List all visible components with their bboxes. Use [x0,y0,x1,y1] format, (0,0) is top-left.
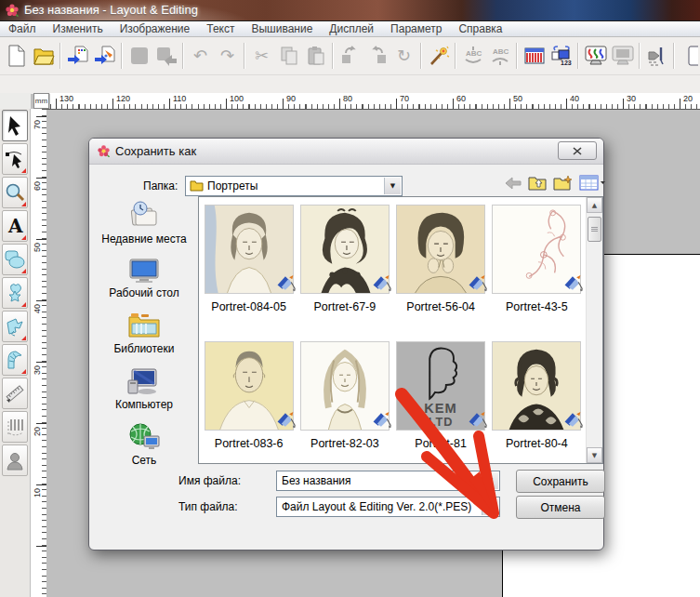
basic-shapes-tool[interactable] [2,244,28,275]
menu-text[interactable]: Текст [198,21,243,36]
scroll-down-icon[interactable]: ▼ [587,447,602,463]
place-recent[interactable]: Недавние места [95,200,193,245]
select-tool[interactable] [2,110,28,141]
file-item[interactable]: Portret-083-6 [202,341,297,461]
file-name-label: Имя файла: [178,474,241,487]
toolbar-gap [0,74,700,94]
desktop-icon [127,258,161,284]
cancel-button[interactable]: Отмена [516,496,605,519]
file-type-value[interactable]: Файл Layout & Editing Ver. 2.0(*.PES) [282,500,481,513]
new-folder-icon[interactable] [553,175,573,191]
toolbar-separator [244,43,245,69]
window-titlebar: Без названия - Layout & Editing [0,0,700,20]
portrait-tool[interactable] [2,444,28,476]
place-network[interactable]: Сеть [95,423,193,467]
file-item[interactable]: Portret-80-4 [489,341,584,461]
dialog-titlebar[interactable]: Сохранить как [89,139,603,165]
save-button[interactable]: Сохранить [516,470,605,493]
embroidery-machine-icon [275,410,297,433]
rotate-right-icon [363,42,390,70]
folder-label: Папка: [143,179,178,192]
file-label: Portret-084-05 [211,300,286,313]
file-item[interactable]: Portret-56-04 [393,205,488,341]
fancy-shapes-tool[interactable] [2,277,28,309]
text-tool[interactable]: A [2,210,28,242]
ruler-unit-box: mm [33,93,49,109]
embroidery-machine-icon [275,273,297,297]
freeform-shape-tool[interactable] [2,311,28,342]
file-item[interactable]: Portret-82-03 [297,341,392,461]
svg-text:ABC: ABC [493,47,509,56]
menu-option[interactable]: Параметр [382,21,450,36]
stitch-attributes-tool[interactable] [2,411,28,443]
toolbar-separator [420,43,422,69]
embroidery-machine-icon [371,273,393,297]
file-item[interactable]: Portret-67-9 [297,205,392,341]
file-item[interactable]: Portret-43-5 [489,205,584,341]
place-desktop[interactable]: Рабочий стол [95,258,193,299]
save-as-dialog: Сохранить как Папка: Портреты ▼ [88,138,604,551]
folder-combobox[interactable]: Портреты ▼ [185,176,403,196]
file-label: Portret-56-04 [406,300,475,313]
measure-tool[interactable] [2,378,28,409]
menu-file[interactable]: Файл [0,21,45,36]
vertical-ruler: 70 60 50 40 30 20 10 [31,109,47,597]
realistic-view-icon[interactable] [582,42,609,70]
file-type-combobox[interactable]: Файл Layout & Editing Ver. 2.0(*.PES) ▼ [276,497,500,517]
scrollbar-thumb[interactable] [588,217,601,242]
file-label: Portret-81 [415,437,467,450]
dialog-title: Сохранить как [115,144,196,158]
redo-icon: ↷ [214,42,241,70]
place-computer[interactable]: Компьютер [95,367,193,411]
dialog-nav-icons [505,175,605,191]
file-name-value[interactable]: Без названия [282,474,481,487]
place-libraries[interactable]: Библиотеки [95,312,193,355]
up-one-level-icon[interactable] [528,175,547,191]
rotate-icon: ↻ [390,42,417,70]
zoom-tool[interactable] [2,177,28,208]
computer-icon [126,367,162,395]
embroidery-machine-icon [467,410,489,433]
horizontal-ruler: 130 120 110 100 90 80 70 60 50 40 30 20 [50,93,700,110]
new-document-icon[interactable] [3,42,30,70]
file-type-combobox-arrow[interactable]: ▼ [482,498,498,515]
sew-simulator-icon[interactable] [643,42,670,70]
menu-image[interactable]: Изображение [112,21,199,36]
file-list-scrollbar[interactable]: ▲ ▼ [586,197,602,463]
copy-icon [275,42,302,70]
file-label: Portret-083-6 [215,437,284,450]
magic-wand-icon[interactable] [425,42,452,70]
scroll-up-icon[interactable]: ▲ [587,197,602,213]
close-icon[interactable] [558,141,597,160]
file-name-combobox[interactable]: Без названия ▼ [276,471,500,491]
file-item[interactable]: KEM LTD Portret-81 [393,341,488,461]
tool-palette: A [0,109,30,597]
text-arc-up-icon: ABC [486,42,513,70]
file-name-combobox-arrow[interactable]: ▼ [482,472,498,489]
toolbar-separator [332,43,334,69]
svg-text:A: A [7,216,23,236]
folder-combobox-arrow[interactable]: ▼ [384,178,401,194]
menu-help[interactable]: Справка [450,21,510,36]
toolbar-separator [455,43,456,69]
thread-palette-icon[interactable] [521,42,548,70]
fan-stitch-tool[interactable] [2,344,28,376]
sewing-order-icon[interactable]: 123 [548,42,575,70]
import-design-icon[interactable] [64,42,91,70]
back-icon [505,177,522,190]
toolbar-separator [121,43,123,69]
screen-view-icon [609,42,636,70]
file-list: Portret-084-05 [198,196,603,464]
menu-display[interactable]: Дисплей [321,21,382,36]
point-edit-tool[interactable] [2,143,28,175]
places-bar: Недавние места Рабочий стол Библ [95,200,193,479]
file-item[interactable]: Portret-084-05 [202,205,297,341]
menu-edit[interactable]: Изменить [45,21,112,36]
menu-sew[interactable]: Вышивание [243,21,321,36]
app-window: Без названия - Layout & Editing Файл Изм… [0,0,700,597]
libraries-icon [126,312,162,339]
toolbar-separator [59,43,61,69]
open-file-icon[interactable] [30,42,57,70]
view-menu-icon[interactable] [579,175,605,191]
import-image-icon[interactable] [91,42,118,70]
